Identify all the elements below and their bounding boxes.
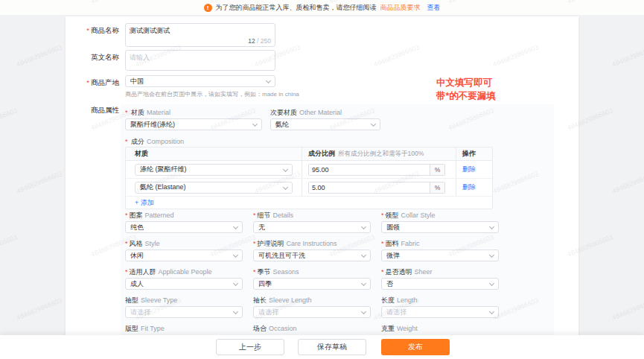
label-cn: 场合: [253, 325, 267, 332]
warning-icon: !: [204, 4, 212, 12]
select-value: 否: [386, 279, 393, 289]
other-material-label-en: Other Material: [299, 109, 342, 116]
watermark-text: 4846829866603: [610, 170, 644, 195]
seasons-select[interactable]: 四季: [253, 278, 371, 290]
annotation-line-2: 带*的不要漏填: [436, 89, 496, 103]
header-ratio: 成分比例: [308, 149, 335, 159]
label-en: Fabric: [401, 240, 420, 247]
label-cn: 是否透明: [386, 268, 412, 276]
char-count-separator: /: [255, 37, 261, 45]
material-label-cn: 材质: [131, 109, 144, 116]
composition-row: 氨纶 (Elastane) % 删除: [126, 179, 492, 197]
label-en: Sheer: [415, 268, 433, 276]
form-card: 商品名称 测试测试测试 12 / 250 英文名称 商品产地 中国 商品产地会在…: [66, 16, 578, 359]
patterned-label: 图案Patterned: [125, 212, 174, 220]
english-name-input[interactable]: [126, 51, 275, 70]
origin-value: 中国: [130, 77, 144, 86]
select-value: 微弹: [386, 251, 400, 261]
composition-table: 材质 成分比例所有成分比例之和需等于100% 操作 涤纶 (聚酯纤维): [125, 147, 493, 209]
select-placeholder: 请选择: [130, 308, 150, 317]
origin-hint: 商品产地会在前台页面中展示，请如实填写，例如：made in china: [125, 90, 299, 98]
label-cn: 风格: [130, 240, 143, 247]
label-cn: 长度: [381, 296, 395, 304]
quality-requirements-link[interactable]: 商品品质要求: [380, 3, 421, 13]
label-en: Sleeve Length: [269, 296, 312, 304]
watermark-text: 4846829866603: [0, 233, 19, 258]
chevron-down-icon: [371, 121, 376, 127]
sheer-select[interactable]: 否: [381, 278, 499, 290]
sleeve-type-label: 袖型Sleeve Type: [125, 296, 177, 305]
label-en: Length: [397, 296, 418, 304]
composition-footer-row: + 添加: [126, 197, 492, 209]
composition-material-select[interactable]: 氨纶 (Elastane): [135, 182, 293, 194]
material-select[interactable]: 聚酯纤维(涤纶): [125, 118, 262, 130]
footer-action-bar: 上一步 保存草稿 发布: [0, 335, 644, 359]
attributes-label: 商品属性: [73, 106, 119, 115]
select-value: 纯色: [130, 223, 144, 232]
fabric-select[interactable]: 微弹: [381, 250, 499, 261]
attributes-panel: 材质Material 聚酯纤维(涤纶) 次要材质Other Material 氨…: [121, 104, 554, 359]
label-cn: 季节: [258, 268, 271, 276]
product-name-label: 商品名称: [73, 26, 119, 35]
label-en: Care Instructions: [287, 240, 337, 247]
sheer-label: 是否透明Sheer: [381, 268, 433, 276]
label-en: Patterned: [145, 212, 174, 219]
percent-suffix: %: [430, 182, 444, 193]
label-en: Sleeve Type: [141, 296, 177, 304]
label-en: Fit Type: [141, 325, 165, 332]
sleeve-length-label: 袖长Sleeve Length: [253, 296, 312, 305]
material-value: 聚酯纤维(涤纶): [130, 120, 175, 130]
label-en: Collar Style: [401, 212, 436, 219]
composition-material-value: 涤纶 (聚酯纤维): [140, 165, 187, 174]
seasons-label: 季节Seasons: [253, 268, 299, 276]
ratio-input[interactable]: [309, 165, 430, 175]
length-select[interactable]: 请选择: [381, 306, 499, 318]
publish-button[interactable]: 发布: [381, 339, 450, 355]
chevron-down-icon: [233, 309, 238, 314]
chevron-down-icon: [252, 121, 258, 127]
label-cn: 细节: [258, 212, 271, 219]
ratio-input-group: %: [308, 164, 445, 176]
chevron-down-icon: [361, 281, 366, 286]
add-composition-link[interactable]: + 添加: [135, 198, 154, 208]
header-ratio-note: 所有成分比例之和需等于100%: [338, 150, 424, 159]
sleeve-length-select[interactable]: 请选择: [253, 306, 371, 318]
occasion-label: 场合Occasion: [253, 325, 297, 333]
collar-style-label: 领型Collar Style: [381, 212, 436, 220]
save-draft-button[interactable]: 保存草稿: [298, 339, 366, 355]
watermark-text: 4846829866603: [610, 43, 644, 69]
char-counter: 12 / 250: [248, 37, 271, 45]
composition-material-select[interactable]: 涤纶 (聚酯纤维): [135, 164, 293, 176]
chevron-down-icon: [361, 309, 366, 314]
care-instructions-label: 护理说明Care Instructions: [253, 240, 337, 248]
chevron-down-icon: [361, 252, 366, 258]
product-name-field: 测试测试测试 12 / 250: [125, 23, 275, 47]
view-link[interactable]: 查看: [427, 3, 441, 13]
previous-step-button[interactable]: 上一步: [216, 339, 284, 355]
char-count-max: 250: [261, 37, 271, 45]
care-instructions-select[interactable]: 可机洗且可干洗: [253, 250, 371, 261]
applicable-people-label: 适用人群Applicable People: [125, 268, 212, 276]
english-name-field: [125, 50, 275, 71]
select-placeholder: 请选择: [386, 308, 407, 317]
banner-message: 为了您的商品能正常入库、质检和售卖，请您仔细阅读: [216, 3, 377, 13]
style-select[interactable]: 休闲: [125, 250, 243, 261]
origin-select[interactable]: 中国: [125, 75, 275, 87]
ratio-input[interactable]: [309, 182, 430, 193]
chevron-down-icon: [489, 309, 494, 314]
delete-row-link[interactable]: 删除: [462, 165, 476, 174]
select-value: 四季: [258, 279, 272, 289]
chevron-down-icon: [233, 281, 238, 286]
sleeve-type-select[interactable]: 请选择: [125, 306, 243, 318]
patterned-select[interactable]: 纯色: [125, 221, 243, 233]
ratio-input-group: %: [308, 182, 445, 194]
details-select[interactable]: 无: [253, 221, 371, 233]
collar-style-select[interactable]: 圆领: [381, 221, 499, 233]
applicable-people-select[interactable]: 成人: [125, 278, 243, 290]
delete-row-link[interactable]: 删除: [462, 182, 476, 192]
label-cn: 面料: [386, 240, 399, 247]
chevron-down-icon: [233, 252, 238, 258]
composition-label-en: Composition: [147, 138, 184, 145]
other-material-select[interactable]: 氨纶: [270, 118, 380, 130]
label-cn: 图案: [130, 212, 143, 219]
